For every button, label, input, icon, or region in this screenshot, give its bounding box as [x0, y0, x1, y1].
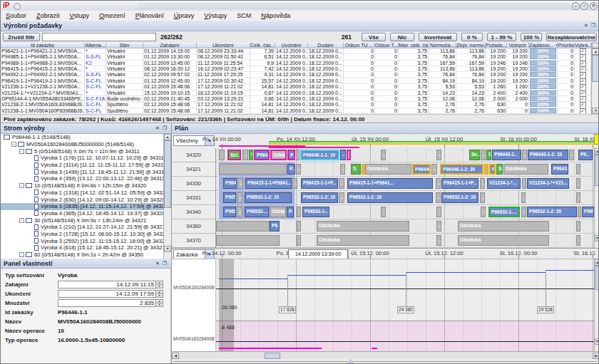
- column-header-6[interactable]: Uvolnění: [275, 43, 308, 48]
- gantt-bar[interactable]: ..: [521, 192, 526, 203]
- property-spinner[interactable]: 2 835▲▼: [58, 299, 163, 307]
- gantt-bar[interactable]: ..: [436, 178, 441, 189]
- gantt-bar[interactable]: V21234-1-*+V21...: [527, 178, 569, 189]
- scroll-down-icon[interactable]: ▼: [164, 246, 171, 252]
- window-close-button[interactable]: ✕: [590, 2, 598, 10]
- filter-button-4[interactable]: 1 - 99 %: [487, 33, 516, 41]
- column-header-11[interactable]: Normoča...: [429, 43, 456, 48]
- column-header-14[interactable]: Volných: [507, 43, 529, 48]
- scrollbar-thumb[interactable]: [164, 140, 171, 208]
- clear-filter-button[interactable]: Zrušit filtr: [3, 33, 40, 41]
- table-row[interactable]: P94988-1-1+P94988-2-1:MV050A...K2Virtuál…: [1, 61, 591, 66]
- window-titlebar[interactable]: iP ⌄ ○ ✕: [1, 1, 599, 11]
- gantt-bar[interactable]: Odstávka: [503, 164, 548, 175]
- gantt-bar[interactable]: P96532-1-...: [302, 207, 329, 217]
- gantt-bar[interactable]: P964..: [254, 150, 270, 160]
- gantt-bar[interactable]: V21234-1-*...: [487, 178, 521, 189]
- gantt-bar[interactable]: P96415-1-1+P9641...: [245, 178, 292, 189]
- gantt-bar[interactable]: ..: [296, 164, 301, 175]
- table-row[interactable]: P94992-1-1+P94992-2-1:MV050A...S-S-FLVir…: [1, 72, 591, 78]
- gantt-bar[interactable]: ..: [481, 207, 486, 217]
- gantt-bar[interactable]: P96532-1-...: [488, 207, 520, 217]
- column-header-0[interactable]: Id zakázky: [1, 43, 85, 48]
- gantt-bar[interactable]: ..: [576, 192, 580, 203]
- filter-button-2[interactable]: Invertovat: [419, 33, 457, 41]
- table-row[interactable]: V21238-1-1+V21238-2-1:MV050A...S-C-FLVir…: [1, 84, 591, 90]
- gantt-bar[interactable]: Odstávka: [317, 235, 409, 246]
- gantt-bar[interactable]: ..: [480, 192, 485, 203]
- slider-handle[interactable]: [347, 359, 354, 364]
- menu-item-soubor[interactable]: Soubor: [1, 12, 31, 19]
- gantt-bar[interactable]: P96446-1-1: 10: [300, 150, 339, 160]
- spin-down-icon[interactable]: ▼: [156, 285, 163, 288]
- row-checkbox[interactable]: ✓: [580, 108, 586, 113]
- gantt-bar[interactable]: P..: [287, 150, 295, 160]
- tree-item[interactable]: Výroba 4 (359) [13.12. 22:00-13.12. 22:4…: [1, 175, 163, 182]
- gantt-row-label[interactable]: 34370: [172, 234, 215, 248]
- gantt-bar[interactable]: ..: [237, 207, 242, 217]
- tree-item[interactable]: Výroba 2 (3114) [11.12. 11:15-11.12. 17:…: [1, 162, 163, 169]
- table-row[interactable]: V21238-2-1:MV050A160L83968BJS...S-C-FLSp…: [1, 102, 591, 108]
- row-checkbox[interactable]: ✓: [580, 102, 586, 107]
- gantt-bar[interactable]: P96532-1-2: 10: [301, 192, 338, 203]
- spin-down-icon[interactable]: ▼: [156, 303, 163, 307]
- gantt-bar[interactable]: P9643..: [551, 164, 568, 175]
- scroll-up-icon[interactable]: ▲: [592, 48, 599, 55]
- gantt-bar[interactable]: ..: [297, 235, 301, 246]
- column-header-16[interactable]: Priorita: [558, 43, 575, 48]
- tree-item[interactable]: -10 (0/5148/5148) X 0m:8s = 12h:15m @ 34…: [1, 182, 163, 189]
- gantt-bar[interactable]: ..: [339, 192, 344, 203]
- column-header-13[interactable]: Požado...: [486, 43, 507, 48]
- filter-button-5[interactable]: 100 %: [521, 33, 542, 41]
- gantt-bar[interactable]: S.: [496, 164, 503, 175]
- gantt-bar[interactable]: [216, 221, 270, 232]
- gantt-bar[interactable]: ..: [436, 150, 441, 160]
- gantt-bar[interactable]: ..: [436, 221, 441, 232]
- gantt-bar[interactable]: ..: [297, 207, 301, 217]
- gantt-bar[interactable]: ..: [576, 235, 580, 246]
- table-row[interactable]: P96419-1-1+P96419-2-1:MV050A...S-C-FLVir…: [1, 78, 591, 84]
- tree-item[interactable]: Výroba 3 (2835) [14.12. 11:15-14.12. 17:…: [1, 203, 163, 210]
- gantt-bar[interactable]: P96415-1-1+P...: [301, 178, 338, 189]
- gantt-bar[interactable]: ..: [292, 178, 297, 189]
- gantt-bar[interactable]: [219, 150, 225, 160]
- gantt-bar[interactable]: ..: [242, 150, 248, 160]
- tree-item[interactable]: Výroba 4 (365) [14.12. 18:45-14.12. 19:3…: [1, 210, 163, 217]
- tree-expander-icon[interactable]: -: [19, 218, 24, 223]
- gantt-bar[interactable]: ..: [381, 207, 386, 217]
- column-header-9[interactable]: Odsun T...: [375, 43, 399, 48]
- table-row[interactable]: V21234-1-*+V21234-2-*:MV050A1...*Virtuál…: [1, 90, 591, 96]
- gantt-bar[interactable]: P96415-1-1+P9641...: [347, 178, 433, 189]
- tree-item[interactable]: Výroba 3 (2592) [15.12. 11:15-15.12. 18:…: [1, 237, 163, 244]
- detach-icon[interactable]: ❐: [161, 125, 168, 132]
- gantt-bar[interactable]: [296, 150, 300, 160]
- gantt-row-label[interactable]: 34360: [172, 219, 215, 234]
- detach-icon[interactable]: ❐: [161, 260, 168, 267]
- gantt-bar[interactable]: [576, 164, 580, 175]
- filter-button-0[interactable]: Vše: [362, 33, 386, 41]
- gantt-bar[interactable]: ..: [436, 207, 441, 217]
- gantt-bar[interactable]: P96443-1..: [492, 150, 521, 160]
- row-checkbox[interactable]: ✓: [580, 66, 586, 71]
- gantt-bar[interactable]: S.: [351, 164, 361, 175]
- property-spinner[interactable]: 14.12.09 17:59▲▼: [58, 290, 163, 298]
- gantt-bar[interactable]: P96446-..: [412, 164, 431, 175]
- gantt-bar[interactable]: ..: [576, 221, 580, 232]
- column-header-17[interactable]: Vybrá...: [575, 43, 591, 48]
- table-row[interactable]: OP95144-4-1:MV055A38033465PE...S-C-F1ABu…: [1, 96, 591, 102]
- table-vertical-scrollbar[interactable]: ▲ ▼: [591, 43, 599, 114]
- scrollbar-thumb[interactable]: [595, 155, 599, 186]
- column-header-15[interactable]: Zaplánov... ▼: [529, 43, 558, 48]
- scrollbar-thumb[interactable]: [595, 266, 599, 290]
- gantt-bar[interactable]: P96443-1-1: 10: [528, 150, 568, 160]
- window-maximize-button[interactable]: ○: [580, 2, 588, 10]
- scrollbar-thumb[interactable]: [265, 353, 280, 359]
- column-header-4[interactable]: Ukončení: [197, 43, 250, 48]
- gantt-bar[interactable]: P96532-...: [245, 207, 269, 217]
- gantt-bar[interactable]: ..: [237, 178, 243, 189]
- gantt-bar[interactable]: ..: [436, 235, 441, 246]
- column-header-8[interactable]: Odsun TU ...: [344, 43, 375, 48]
- window-minimize-button[interactable]: ⌄: [572, 2, 580, 10]
- gantt-bar[interactable]: ..: [381, 150, 386, 160]
- close-icon[interactable]: ✕: [154, 125, 161, 132]
